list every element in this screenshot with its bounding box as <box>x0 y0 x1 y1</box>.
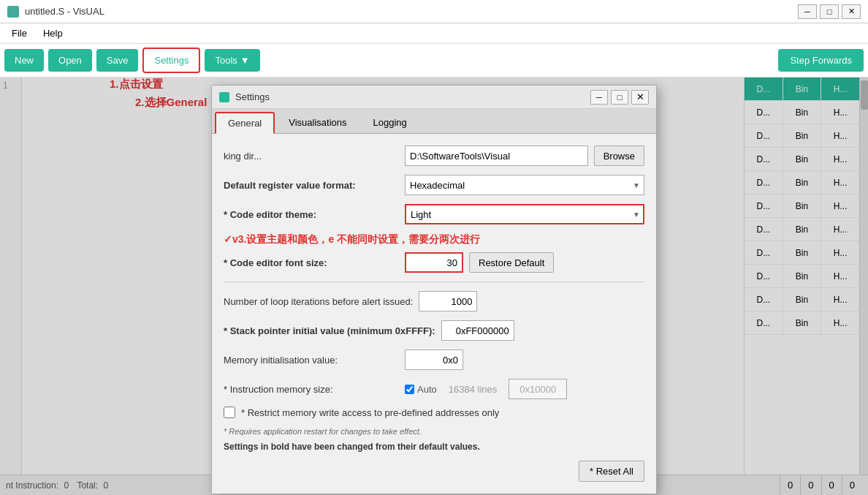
instr-mem-input[interactable] <box>509 379 567 399</box>
stack-input[interactable] <box>441 320 514 341</box>
loop-row: Number of loop iterations before alert i… <box>224 291 644 311</box>
dialog-content: king dir... Browse Default register valu… <box>212 134 656 494</box>
instr-mem-auto-checkbox[interactable] <box>405 385 414 394</box>
menu-help[interactable]: Help <box>36 25 70 42</box>
tools-dropdown-icon: ▼ <box>240 55 250 66</box>
dialog-controls: ─ □ ✕ <box>590 90 649 105</box>
title-bar: untitled.S - VisUAL ─ □ ✕ <box>0 0 868 23</box>
footer-section: * Requires application restart for chang… <box>224 427 644 482</box>
browse-button[interactable]: Browse <box>594 146 644 166</box>
maximize-button[interactable]: □ <box>820 4 839 19</box>
mem-init-row: Memory initialisation value: <box>224 349 644 370</box>
step-forwards-button[interactable]: Step Forwards <box>778 49 864 72</box>
bold-note: Settings in bold have been changed from … <box>224 442 644 452</box>
working-dir-input[interactable] <box>405 146 588 166</box>
settings-dialog-overlay: Settings ─ □ ✕ General Visualisations Lo… <box>0 78 868 495</box>
menu-file[interactable]: File <box>4 25 34 42</box>
tab-general[interactable]: General <box>215 112 275 134</box>
window-controls: ─ □ ✕ <box>798 4 861 19</box>
reset-all-button[interactable]: * Reset All <box>579 461 644 482</box>
dialog-tabs: General Visualisations Logging <box>212 109 656 134</box>
separator-1 <box>224 281 644 282</box>
mem-init-input[interactable] <box>405 349 463 370</box>
restrict-label: * Restrict memory write access to pre-de… <box>241 407 499 418</box>
reg-format-label: Default register value format: <box>224 180 399 191</box>
instr-mem-check: Auto <box>405 384 437 395</box>
tab-visualisations[interactable]: Visualisations <box>276 112 359 133</box>
menu-bar: File Help <box>0 23 868 44</box>
dialog-close-btn[interactable]: ✕ <box>631 90 649 105</box>
restore-default-button[interactable]: Restore Default <box>469 252 554 273</box>
theme-row: * Code editor theme: Light ▼ <box>224 204 644 224</box>
theme-select[interactable]: Light <box>405 204 644 224</box>
note-text: * Requires application restart for chang… <box>224 427 644 436</box>
dialog-title: Settings <box>235 91 590 102</box>
dialog-title-bar: Settings ─ □ ✕ <box>212 86 656 109</box>
restrict-row: * Restrict memory write access to pre-de… <box>224 407 644 418</box>
new-button[interactable]: New <box>4 49 44 72</box>
theme-label: * Code editor theme: <box>224 209 399 220</box>
theme-select-wrapper: Light ▼ <box>405 204 644 224</box>
settings-dialog: Settings ─ □ ✕ General Visualisations Lo… <box>211 85 657 494</box>
reg-format-select[interactable]: Hexadecimal <box>405 175 644 195</box>
loop-label: Number of loop iterations before alert i… <box>224 296 413 307</box>
minimize-button[interactable]: ─ <box>798 4 817 19</box>
stack-row: * Stack pointer initial value (minimum 0… <box>224 320 644 341</box>
toolbar: New Open Save Settings Tools ▼ Step Forw… <box>0 44 868 78</box>
main-content: 1 1.点击设置 2.选择General D... Bin H... D... … <box>0 78 868 495</box>
save-button[interactable]: Save <box>96 49 139 72</box>
tools-label: Tools <box>215 55 237 66</box>
reg-format-select-wrapper: Hexadecimal ▼ <box>405 175 644 195</box>
working-dir-row: king dir... Browse <box>224 146 644 166</box>
instr-mem-row: * Instruction memory size: Auto 16384 li… <box>224 379 644 399</box>
instr-mem-label: * Instruction memory size: <box>224 384 399 395</box>
mem-init-label: Memory initialisation value: <box>224 355 399 366</box>
dialog-icon <box>219 92 229 102</box>
dialog-minimize-btn[interactable]: ─ <box>590 90 608 105</box>
font-size-input[interactable] <box>405 252 463 273</box>
restrict-checkbox[interactable] <box>224 407 235 418</box>
instr-mem-lines: 16384 lines <box>449 384 498 395</box>
working-dir-label: king dir... <box>224 151 399 162</box>
settings-button[interactable]: Settings <box>142 48 200 73</box>
tools-button[interactable]: Tools ▼ <box>205 49 259 72</box>
font-size-row: * Code editor font size: Restore Default <box>224 252 644 273</box>
instr-mem-auto-label: Auto <box>417 384 437 395</box>
loop-input[interactable] <box>419 291 477 311</box>
dialog-maximize-btn[interactable]: □ <box>611 90 628 105</box>
app-icon <box>7 6 19 18</box>
close-button[interactable]: ✕ <box>842 4 861 19</box>
stack-label: * Stack pointer initial value (minimum 0… <box>224 325 435 336</box>
font-size-label: * Code editor font size: <box>224 257 399 268</box>
annotation-3: ✓v3.设置主题和颜色，e 不能同时设置，需要分两次进行 <box>224 233 644 246</box>
open-button[interactable]: Open <box>48 49 92 72</box>
app-title: untitled.S - VisUAL <box>25 6 104 17</box>
tab-logging[interactable]: Logging <box>361 112 419 133</box>
reset-btn-container: * Reset All <box>224 461 644 482</box>
reg-format-row: Default register value format: Hexadecim… <box>224 175 644 195</box>
